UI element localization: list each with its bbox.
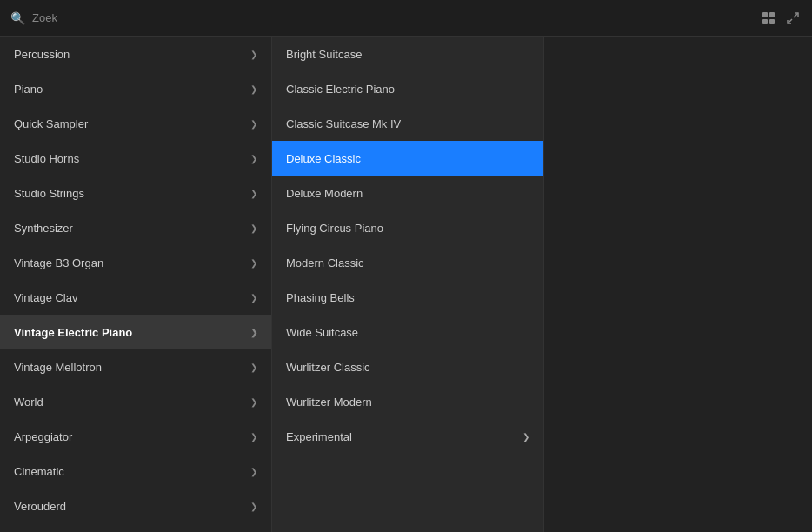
left-menu-item[interactable]: Verouderd❯ xyxy=(0,489,271,523)
menu-item-label: Cinematic xyxy=(14,465,64,478)
chevron-right-icon: ❯ xyxy=(250,328,257,337)
chevron-right-icon: ❯ xyxy=(250,119,257,129)
search-input[interactable] xyxy=(32,11,753,24)
sub-item-label: Experimental xyxy=(286,430,352,443)
grid-view-icon[interactable] xyxy=(760,10,777,27)
svg-rect-2 xyxy=(762,19,768,24)
chevron-right-icon: ❯ xyxy=(250,467,257,476)
left-menu-item[interactable]: Studio Strings❯ xyxy=(0,176,271,210)
chevron-right-icon: ❯ xyxy=(250,258,257,268)
menu-item-label: Studio Horns xyxy=(14,152,79,165)
chevron-right-icon: ❯ xyxy=(250,362,257,372)
chevron-right-icon: ❯ xyxy=(250,397,257,407)
right-panel xyxy=(544,37,812,532)
left-menu-item[interactable]: Cinematic❯ xyxy=(0,454,271,489)
sub-item-label: Classic Suitcase Mk IV xyxy=(286,117,401,130)
menu-item-label: Piano xyxy=(14,83,43,96)
sub-menu-item[interactable]: Wurlitzer Classic xyxy=(272,349,543,384)
menu-item-label: Vintage Mellotron xyxy=(14,361,102,374)
toolbar-icons xyxy=(760,10,802,27)
sub-menu-item[interactable]: Deluxe Classic xyxy=(272,141,543,176)
search-bar: 🔍 xyxy=(0,0,812,37)
menu-item-label: World xyxy=(14,396,43,409)
chevron-right-icon: ❯ xyxy=(522,432,529,442)
chevron-right-icon: ❯ xyxy=(250,189,257,198)
left-panel: Percussion❯Piano❯Quick Sampler❯Studio Ho… xyxy=(0,37,272,532)
search-icon: 🔍 xyxy=(10,11,25,25)
chevron-right-icon: ❯ xyxy=(250,432,257,442)
menu-item-label: Quick Sampler xyxy=(14,117,88,130)
sub-menu-item[interactable]: Phasing Bells xyxy=(272,280,543,315)
left-menu-item[interactable]: Vintage B3 Organ❯ xyxy=(0,245,271,280)
sub-menu-item[interactable]: Classic Electric Piano xyxy=(272,71,543,106)
resize-icon[interactable] xyxy=(784,10,802,27)
left-menu-item[interactable]: Arpeggiator❯ xyxy=(0,419,271,454)
left-menu-item[interactable]: World❯ xyxy=(0,384,271,419)
left-menu-item[interactable]: Vintage Mellotron❯ xyxy=(0,349,271,384)
sub-item-label: Deluxe Modern xyxy=(286,187,363,200)
sub-menu-item[interactable]: Wide Suitcase xyxy=(272,315,543,349)
chevron-right-icon: ❯ xyxy=(250,223,257,233)
chevron-right-icon: ❯ xyxy=(250,50,257,59)
content-area: Percussion❯Piano❯Quick Sampler❯Studio Ho… xyxy=(0,37,812,532)
sub-item-label: Phasing Bells xyxy=(286,291,355,304)
sub-item-label: Wurlitzer Classic xyxy=(286,361,370,374)
left-menu-item[interactable]: Quick Sampler❯ xyxy=(0,106,271,141)
sub-item-label: Wurlitzer Modern xyxy=(286,396,372,409)
left-menu-item[interactable]: Synthesizer❯ xyxy=(0,210,271,245)
menu-item-label: Vintage Electric Piano xyxy=(14,326,132,339)
sub-item-label: Wide Suitcase xyxy=(286,326,358,339)
chevron-right-icon: ❯ xyxy=(250,502,257,511)
middle-panel: Bright SuitcaseClassic Electric PianoCla… xyxy=(272,37,544,532)
menu-item-label: Synthesizer xyxy=(14,222,73,235)
left-menu-item[interactable]: Vintage Electric Piano❯ xyxy=(0,315,271,349)
left-menu-item[interactable]: Studio Horns❯ xyxy=(0,141,271,176)
menu-item-label: Arpeggiator xyxy=(14,430,72,443)
chevron-right-icon: ❯ xyxy=(250,154,257,163)
sub-item-label: Bright Suitcase xyxy=(286,48,362,61)
chevron-right-icon: ❯ xyxy=(250,293,257,303)
sub-item-label: Deluxe Classic xyxy=(286,152,361,165)
left-menu-item[interactable]: Vintage Clav❯ xyxy=(0,280,271,315)
sub-menu-item[interactable]: Deluxe Modern xyxy=(272,176,543,210)
svg-rect-1 xyxy=(769,12,775,17)
left-menu-item[interactable]: Percussion❯ xyxy=(0,37,271,71)
menu-item-label: Vintage Clav xyxy=(14,291,77,304)
menu-item-label: Percussion xyxy=(14,48,70,61)
sub-menu-item[interactable]: Flying Circus Piano xyxy=(272,210,543,245)
sub-menu-item[interactable]: Modern Classic xyxy=(272,245,543,280)
menu-item-label: Studio Strings xyxy=(14,187,84,200)
sub-menu-item[interactable]: Classic Suitcase Mk IV xyxy=(272,106,543,141)
sub-menu-item[interactable]: Bright Suitcase xyxy=(272,37,543,71)
svg-rect-0 xyxy=(762,12,768,17)
menu-item-label: Verouderd xyxy=(14,500,66,513)
sub-menu-item[interactable]: Wurlitzer Modern xyxy=(272,384,543,419)
sub-item-label: Modern Classic xyxy=(286,256,364,269)
sub-item-label: Classic Electric Piano xyxy=(286,83,395,96)
left-menu-item[interactable]: Piano❯ xyxy=(0,71,271,106)
svg-rect-3 xyxy=(769,19,775,24)
chevron-right-icon: ❯ xyxy=(250,84,257,94)
sub-menu-item[interactable]: Experimental❯ xyxy=(272,419,543,454)
menu-item-label: Vintage B3 Organ xyxy=(14,256,103,269)
sub-item-label: Flying Circus Piano xyxy=(286,222,383,235)
